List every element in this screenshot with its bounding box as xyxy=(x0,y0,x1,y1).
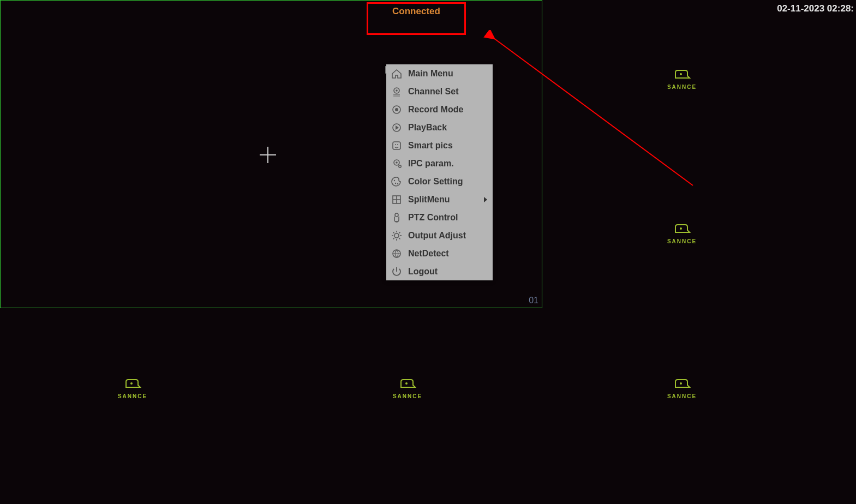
play-icon xyxy=(388,121,405,134)
menu-item-label: PlayBack xyxy=(408,123,447,133)
menu-item-ptz-control[interactable]: PTZ Control xyxy=(386,208,493,226)
menu-item-label: NetDetect xyxy=(408,249,449,259)
menu-item-channel-set[interactable]: Channel Set xyxy=(386,82,493,100)
menu-item-color-setting[interactable]: Color Setting xyxy=(386,172,493,190)
menu-item-label: Color Setting xyxy=(408,177,463,187)
sannce-logo-icon xyxy=(673,223,691,235)
menu-item-label: Output Adjust xyxy=(408,231,466,241)
sannce-logo-icon xyxy=(124,377,141,389)
channel-number: 01 xyxy=(529,296,538,305)
menu-item-label: PTZ Control xyxy=(408,213,458,223)
timestamp: 02-11-2023 02:28: xyxy=(777,3,854,14)
menu-item-splitmenu[interactable]: SplitMenu xyxy=(386,190,493,208)
brand-logo: SANNCE xyxy=(111,377,154,400)
brand-name: SANNCE xyxy=(667,84,697,90)
camera-icon xyxy=(388,85,405,98)
brand-logo: SANNCE xyxy=(660,377,704,400)
sannce-logo-icon xyxy=(399,377,416,389)
brand-name: SANNCE xyxy=(118,393,147,399)
menu-item-label: IPC param. xyxy=(408,159,454,169)
ptz-icon xyxy=(388,211,405,224)
status-highlight: Connected xyxy=(367,2,466,35)
sannce-logo-icon xyxy=(673,377,691,389)
home-icon xyxy=(388,67,405,80)
brand-logo: SANNCE xyxy=(386,377,429,400)
menu-item-main-menu[interactable]: Main Menu xyxy=(386,64,493,82)
sannce-logo-icon xyxy=(673,68,691,80)
record-icon xyxy=(388,103,405,116)
crosshair-icon xyxy=(260,147,276,163)
context-menu: Main MenuChannel SetRecord ModePlayBackS… xyxy=(386,64,493,280)
menu-item-logout[interactable]: Logout xyxy=(386,262,493,280)
globe-icon xyxy=(388,247,405,260)
brand-logo: SANNCE xyxy=(660,68,704,91)
menu-item-label: Smart pics xyxy=(408,141,453,151)
menu-item-output-adjust[interactable]: Output Adjust xyxy=(386,226,493,244)
menu-item-label: Logout xyxy=(408,267,438,277)
grid-icon xyxy=(388,193,405,206)
ipc-icon xyxy=(388,157,405,170)
brand-name: SANNCE xyxy=(667,393,697,399)
sun-icon xyxy=(388,229,405,242)
menu-item-ipc-param-[interactable]: IPC param. xyxy=(386,154,493,172)
power-icon xyxy=(388,265,405,278)
face-icon xyxy=(388,139,405,152)
brand-logo: SANNCE xyxy=(660,223,704,245)
menu-item-label: SplitMenu xyxy=(408,195,450,205)
menu-item-smart-pics[interactable]: Smart pics xyxy=(386,136,493,154)
menu-item-label: Channel Set xyxy=(408,87,458,97)
chevron-right-icon xyxy=(484,197,487,202)
menu-item-label: Record Mode xyxy=(408,105,463,115)
menu-item-playback[interactable]: PlayBack xyxy=(386,118,493,136)
brand-name: SANNCE xyxy=(667,238,697,244)
palette-icon xyxy=(388,175,405,188)
status-text: Connected xyxy=(392,6,440,17)
menu-item-record-mode[interactable]: Record Mode xyxy=(386,100,493,118)
menu-item-label: Main Menu xyxy=(408,69,453,79)
brand-name: SANNCE xyxy=(393,393,422,399)
menu-item-netdetect[interactable]: NetDetect xyxy=(386,244,493,262)
